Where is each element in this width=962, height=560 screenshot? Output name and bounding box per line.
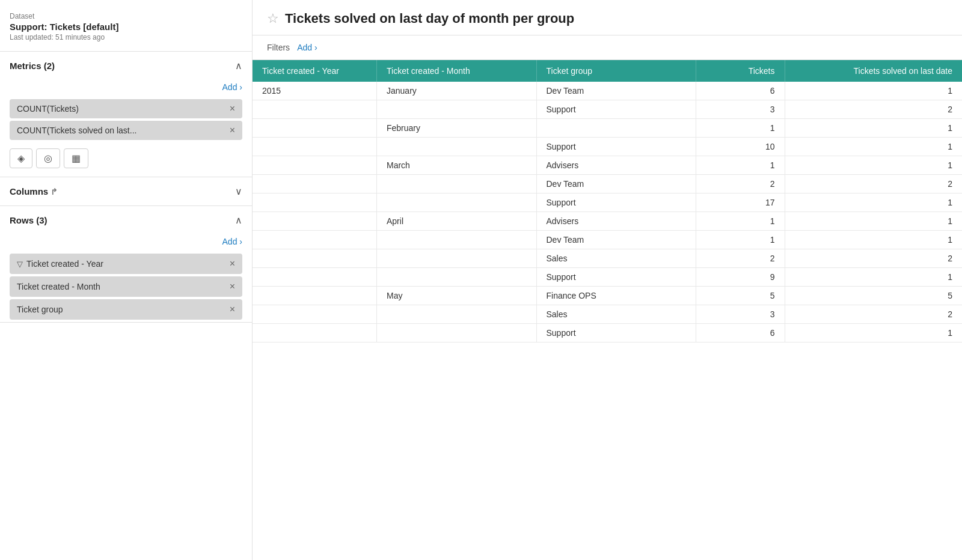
cell-solved: 2	[785, 249, 962, 268]
cell-month: January	[377, 82, 537, 100]
star-icon[interactable]: ☆	[267, 11, 279, 26]
row-close-3[interactable]: ×	[230, 304, 235, 315]
cell-tickets: 1	[696, 119, 785, 138]
cell-group: Support	[536, 324, 696, 342]
cell-group: Advisers	[536, 156, 696, 175]
cell-tickets: 10	[696, 138, 785, 156]
cell-solved: 1	[785, 324, 962, 342]
cell-group: Sales	[536, 305, 696, 324]
table-header-row: Ticket created - Year Ticket created - M…	[253, 60, 962, 82]
filters-add-button[interactable]: Add ›	[297, 43, 317, 52]
table-row: AprilAdvisers11	[253, 212, 962, 231]
metrics-add-row: Add ›	[0, 80, 252, 97]
cell-tickets: 9	[696, 268, 785, 287]
cell-solved: 1	[785, 82, 962, 100]
cell-group: Dev Team	[536, 175, 696, 193]
cell-solved: 2	[785, 175, 962, 193]
cell-month: February	[377, 119, 537, 138]
cell-group: Advisers	[536, 212, 696, 231]
filters-label: Filters	[267, 43, 290, 52]
rows-section: Rows (3) ∧ Add › ▽ Ticket created - Year…	[0, 206, 252, 323]
cell-tickets: 6	[696, 324, 785, 342]
cell-year	[253, 305, 377, 324]
report-title: Tickets solved on last day of month per …	[285, 11, 574, 26]
cell-solved: 1	[785, 193, 962, 212]
col-header-year: Ticket created - Year	[253, 60, 377, 82]
table-row: MayFinance OPS55	[253, 287, 962, 305]
cell-tickets: 1	[696, 231, 785, 249]
cell-month	[377, 305, 537, 324]
rows-add-row: Add ›	[0, 234, 252, 251]
cell-year	[253, 175, 377, 193]
cell-tickets: 1	[696, 156, 785, 175]
cell-year	[253, 138, 377, 156]
row-item-3: Ticket group ×	[10, 299, 242, 320]
cell-month	[377, 324, 537, 342]
cell-group	[536, 119, 696, 138]
dataset-label: Dataset	[10, 12, 242, 20]
cell-month	[377, 231, 537, 249]
data-table: Ticket created - Year Ticket created - M…	[253, 60, 962, 342]
cell-year	[253, 212, 377, 231]
cell-year	[253, 193, 377, 212]
col-header-month: Ticket created - Month	[377, 60, 537, 82]
metric-label-1: COUNT(Tickets)	[17, 104, 79, 114]
columns-section-title: Columns ↱	[10, 186, 58, 196]
metric-close-2[interactable]: ×	[230, 126, 235, 135]
metrics-section: Metrics (2) ∧ Add › COUNT(Tickets) × COU…	[0, 52, 252, 177]
rows-section-title: Rows (3)	[10, 215, 47, 225]
cell-year	[253, 231, 377, 249]
table-row: Support61	[253, 324, 962, 342]
cell-solved: 2	[785, 100, 962, 119]
row-close-1[interactable]: ×	[230, 258, 235, 269]
table-row: Support101	[253, 138, 962, 156]
col-header-solved: Tickets solved on last date	[785, 60, 962, 82]
cell-tickets: 5	[696, 287, 785, 305]
cell-month	[377, 175, 537, 193]
table-row: MarchAdvisers11	[253, 156, 962, 175]
row-close-2[interactable]: ×	[230, 281, 235, 292]
cell-tickets: 3	[696, 100, 785, 119]
dataset-info: Dataset Support: Tickets [default] Last …	[0, 10, 252, 52]
cell-group: Support	[536, 268, 696, 287]
dataset-updated: Last updated: 51 minutes ago	[10, 33, 242, 41]
cell-year	[253, 324, 377, 342]
sidebar: Dataset Support: Tickets [default] Last …	[0, 0, 253, 560]
metrics-chevron-icon: ∧	[235, 60, 242, 72]
row-item-1: ▽ Ticket created - Year ×	[10, 254, 242, 274]
data-table-container: Ticket created - Year Ticket created - M…	[253, 60, 962, 560]
viz-btn-wave[interactable]: ◎	[36, 148, 60, 168]
row-label-1: Ticket created - Year	[26, 259, 103, 269]
cell-group: Dev Team	[536, 82, 696, 100]
cell-year	[253, 119, 377, 138]
filter-icon-1: ▽	[17, 260, 23, 269]
rows-add-button[interactable]: Add ›	[222, 237, 242, 246]
metrics-section-header[interactable]: Metrics (2) ∧	[0, 52, 252, 80]
rows-chevron-icon: ∧	[235, 215, 242, 226]
viz-buttons: ◈ ◎ ▦	[0, 142, 252, 177]
cell-month	[377, 138, 537, 156]
cell-solved: 1	[785, 212, 962, 231]
table-body: 2015JanuaryDev Team61Support32February11…	[253, 82, 962, 342]
cell-solved: 1	[785, 156, 962, 175]
rows-section-header[interactable]: Rows (3) ∧	[0, 206, 252, 234]
cell-month	[377, 193, 537, 212]
cell-year	[253, 100, 377, 119]
cell-group: Support	[536, 138, 696, 156]
columns-section-header[interactable]: Columns ↱ ∨	[0, 177, 252, 205]
columns-section: Columns ↱ ∨	[0, 177, 252, 206]
metric-close-1[interactable]: ×	[230, 104, 235, 114]
metrics-add-button[interactable]: Add ›	[222, 82, 242, 92]
table-row: Sales22	[253, 249, 962, 268]
metrics-section-title: Metrics (2)	[10, 61, 55, 71]
cell-month	[377, 100, 537, 119]
cell-tickets: 3	[696, 305, 785, 324]
cell-group: Finance OPS	[536, 287, 696, 305]
columns-chevron-icon: ∨	[235, 186, 242, 197]
cell-solved: 5	[785, 287, 962, 305]
table-row: Support91	[253, 268, 962, 287]
viz-btn-table[interactable]: ▦	[64, 148, 88, 168]
table-row: February11	[253, 119, 962, 138]
viz-btn-droplet[interactable]: ◈	[10, 148, 32, 168]
cell-tickets: 1	[696, 212, 785, 231]
